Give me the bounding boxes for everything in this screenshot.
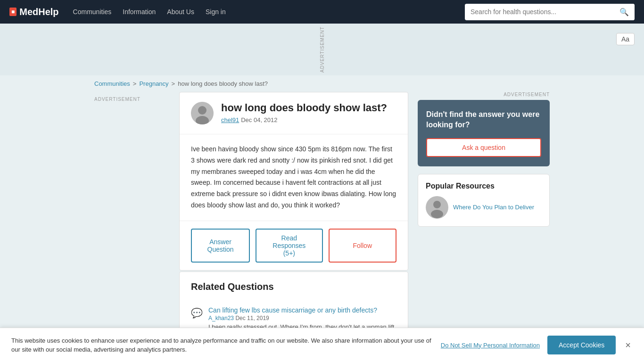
- related-title: Related Questions: [191, 281, 396, 292]
- question-meta: how long does bloody show last? chel91 D…: [221, 102, 387, 123]
- action-buttons: Answer Question Read Responses (5+) Foll…: [180, 221, 408, 270]
- related-item-meta-0: A_khan23 Dec 11, 2019: [208, 315, 396, 321]
- ask-question-button[interactable]: Ask a question: [426, 138, 541, 157]
- question-header: how long does bloody show last? chel91 D…: [180, 92, 408, 134]
- question-card: how long does bloody show last? chel91 D…: [179, 92, 408, 271]
- nav-sign-in[interactable]: Sign in: [206, 8, 226, 16]
- logo-icon: ■: [9, 8, 17, 16]
- question-author[interactable]: chel91: [221, 116, 239, 123]
- search-button[interactable]: 🔍: [614, 4, 635, 20]
- question-body: Ive been having bloody show since 430 5p…: [180, 134, 408, 221]
- answer-question-button[interactable]: Answer Question: [191, 229, 250, 263]
- related-item-title-0[interactable]: Can lifting few lbs cause miscarriage or…: [208, 306, 377, 314]
- nav-about-us[interactable]: About Us: [167, 8, 194, 16]
- resource-item-0: Where Do You Plan to Deliver: [426, 196, 542, 219]
- font-size-button[interactable]: Aa: [616, 33, 635, 45]
- search-input[interactable]: [465, 4, 614, 19]
- resource-link-0[interactable]: Where Do You Plan to Deliver: [453, 204, 534, 211]
- cookie-text: This website uses cookies to enhance use…: [11, 336, 431, 354]
- breadcrumb-pregnancy[interactable]: Pregnancy: [139, 80, 168, 87]
- read-responses-button[interactable]: Read Responses (5+): [256, 229, 322, 263]
- avatar: [191, 102, 214, 124]
- search-container: 🔍: [465, 4, 635, 20]
- breadcrumb-communities[interactable]: Communities: [94, 80, 130, 87]
- breadcrumb-current: how long does bloody show last?: [178, 80, 268, 87]
- right-ad-label: ADVERTISEMENT: [418, 92, 550, 97]
- popular-resources: Popular Resources Where Do You Plan to D…: [418, 174, 550, 227]
- svg-point-1: [198, 106, 206, 115]
- breadcrumb: Communities > Pregnancy > how long does …: [0, 75, 644, 92]
- didnt-find-card: Didn't find the answer you were looking …: [418, 100, 550, 166]
- main-content: how long does bloody show last? chel91 D…: [179, 92, 408, 362]
- cookie-actions: Do Not Sell My Personal Information Acce…: [441, 336, 633, 354]
- header: ■ MedHelp Communities Information About …: [0, 0, 644, 24]
- do-not-sell-button[interactable]: Do Not Sell My Personal Information: [441, 342, 540, 349]
- logo-text: MedHelp: [19, 7, 58, 17]
- popular-resources-title: Popular Resources: [426, 182, 542, 190]
- main-layout: ADVERTISEMENT how long does bloody show …: [0, 92, 644, 362]
- logo[interactable]: ■ MedHelp: [9, 7, 59, 17]
- related-item-author-0: A_khan23: [208, 315, 234, 321]
- main-nav: Communities Information About Us Sign in: [73, 8, 226, 16]
- close-cookie-button[interactable]: ×: [623, 340, 633, 351]
- question-date: Dec 04, 2012: [241, 116, 277, 123]
- svg-point-4: [433, 201, 441, 208]
- right-sidebar: ADVERTISEMENT Didn't find the answer you…: [418, 92, 550, 362]
- nav-communities[interactable]: Communities: [73, 8, 112, 16]
- svg-point-5: [431, 210, 443, 218]
- accept-cookies-button[interactable]: Accept Cookies: [547, 336, 616, 354]
- resource-thumbnail-0: [426, 196, 448, 219]
- breadcrumb-sep-2: >: [172, 80, 175, 87]
- nav-information[interactable]: Information: [123, 8, 156, 16]
- top-ad-bar: ADVERTISEMENT Aa: [0, 24, 644, 75]
- follow-button[interactable]: Follow: [329, 229, 396, 263]
- ad-label: ADVERTISEMENT: [320, 26, 325, 73]
- nav-links: Communities Information About Us Sign in: [73, 8, 226, 16]
- question-author-date: chel91 Dec 04, 2012: [221, 116, 387, 123]
- left-ad: ADVERTISEMENT: [94, 92, 170, 362]
- cookie-banner: This website uses cookies to enhance use…: [0, 328, 644, 362]
- breadcrumb-sep-1: >: [133, 80, 137, 87]
- related-item-date-0: Dec 11, 2019: [235, 315, 269, 321]
- question-title: how long does bloody show last?: [221, 102, 387, 114]
- didnt-find-title: Didn't find the answer you were looking …: [426, 109, 541, 131]
- left-ad-label: ADVERTISEMENT: [94, 97, 170, 102]
